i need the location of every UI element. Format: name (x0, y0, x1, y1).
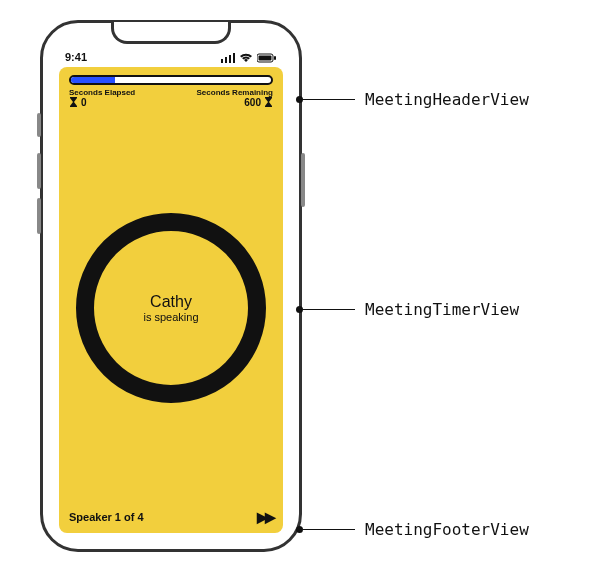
cellular-icon (221, 53, 235, 63)
annotation-footer: MeetingFooterView (296, 520, 529, 539)
current-speaker-name: Cathy (150, 293, 192, 311)
progress-fill (71, 77, 115, 83)
status-time: 9:41 (65, 51, 87, 63)
meeting-footer-view: Speaker 1 of 4 ▶▶ (59, 503, 283, 533)
annotation-timer: MeetingTimerView (296, 300, 519, 319)
silence-switch (37, 113, 41, 137)
annotation-footer-label: MeetingFooterView (365, 520, 529, 539)
speaker-counter: Speaker 1 of 4 (69, 511, 144, 523)
progress-bar (69, 75, 273, 85)
phone-frame: 9:41 Seconds Elapsed Seconds Remaining (40, 20, 302, 552)
status-bar: 9:41 (51, 31, 291, 65)
remaining-value: 600 (244, 97, 261, 108)
remaining-label: Seconds Remaining (197, 88, 273, 97)
annotation-timer-label: MeetingTimerView (365, 300, 519, 319)
volume-down-button (37, 198, 41, 234)
svg-rect-1 (225, 57, 227, 63)
power-button (301, 153, 305, 207)
meeting-view: Seconds Elapsed Seconds Remaining 0 600 (59, 67, 283, 533)
status-indicators (221, 53, 277, 63)
wifi-icon (239, 53, 253, 63)
meeting-header-view: Seconds Elapsed Seconds Remaining 0 600 (59, 67, 283, 112)
svg-rect-6 (274, 56, 276, 60)
hourglass-top-icon (264, 97, 273, 108)
elapsed-value: 0 (81, 97, 87, 108)
screen: 9:41 Seconds Elapsed Seconds Remaining (51, 31, 291, 541)
timer-ring: Cathy is speaking (76, 213, 266, 403)
elapsed-label: Seconds Elapsed (69, 88, 135, 97)
svg-rect-0 (221, 59, 223, 63)
volume-up-button (37, 153, 41, 189)
annotation-header-label: MeetingHeaderView (365, 90, 529, 109)
meeting-timer-view: Cathy is speaking (59, 112, 283, 503)
speaker-subtitle: is speaking (143, 311, 198, 323)
svg-rect-5 (259, 56, 272, 61)
annotation-header: MeetingHeaderView (296, 90, 529, 109)
svg-rect-2 (229, 55, 231, 63)
battery-icon (257, 53, 277, 63)
hourglass-bottom-icon (69, 97, 78, 108)
forward-icon[interactable]: ▶▶ (257, 509, 273, 525)
svg-rect-3 (233, 53, 235, 63)
